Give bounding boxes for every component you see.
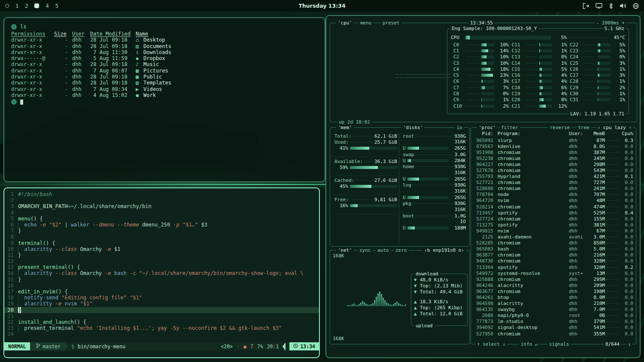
col-program[interactable]: Program:: [493, 131, 569, 136]
workspace-2[interactable]: 2: [25, 3, 28, 9]
proc-panel-title[interactable]: 'proc': [477, 125, 498, 130]
process-row[interactable]: 965083bashdhh5.0M0.0: [474, 246, 633, 252]
process-row[interactable]: 964227chromiumdhh298M0.0: [474, 161, 633, 167]
disks-panel-title[interactable]: 'disks': [401, 125, 425, 130]
process-row[interactable]: 964508alacrittydhh210M0.0: [474, 301, 633, 307]
workspace-5[interactable]: 5: [55, 3, 58, 9]
process-row[interactable]: 528285chromiumdhh850M0.0: [474, 240, 633, 246]
menu-button[interactable]: menu: [358, 20, 374, 26]
proc-sort-selector[interactable]: ‹ cpu lazy ›: [596, 125, 633, 130]
workspace-1[interactable]: 1: [15, 3, 18, 9]
statusline-filename: bin/omarchy-menu: [78, 344, 125, 350]
terminal-window-ls: › ls Permissions Size User Date Modified…: [3, 17, 325, 182]
process-row[interactable]: 255793Hyprlanddhh421M0.1: [474, 174, 633, 180]
proc-tree-toggle[interactable]: tree: [577, 125, 592, 130]
process-row[interactable]: 713275spotifydhh381M0.0: [474, 222, 633, 228]
col-memb[interactable]: MemB: [588, 131, 605, 136]
process-row[interactable]: 948736chromiumdhh328M0.0: [474, 258, 633, 264]
cpu-panel-title[interactable]: 'cpu': [336, 20, 354, 26]
disk-usage-row: U265G: [403, 194, 466, 200]
process-row[interactable]: 952238chromiumdhh245M0.0: [474, 155, 633, 161]
net-auto-toggle[interactable]: auto: [376, 247, 391, 253]
cpu-core-row: C253%: [570, 60, 625, 66]
cpu-core-row: C111%: [512, 42, 567, 48]
cpu-core-row: C210%: [453, 54, 509, 60]
code-line: 7}: [4, 228, 319, 234]
proc-signals-hint[interactable]: signals: [547, 341, 571, 347]
shell-prompt-empty[interactable]: ›: [11, 99, 318, 105]
net-zero-toggle[interactable]: zero: [394, 247, 409, 253]
process-row[interactable]: 963677chromiumdhh198M0.0: [474, 288, 633, 294]
proc-select-hint[interactable]: ↑ select ↓: [475, 341, 507, 347]
process-row[interactable]: 965091slurpdhh87M0.3: [474, 137, 633, 143]
process-row[interactable]: 949015nvimdhh67M0.0: [474, 228, 633, 234]
cpu-core-row: C523%: [453, 72, 509, 78]
process-row[interactable]: 527678chromiumdhh543M0.0: [474, 167, 633, 173]
process-row[interactable]: 925888chromiumdhh295M0.0: [474, 276, 633, 282]
process-row[interactable]: 879567kdenlivedhh8.0G0.0: [474, 143, 633, 149]
process-row[interactable]: 964720nvimdhh48M0.0: [474, 198, 633, 204]
code-editor-buffer[interactable]: 1#!/bin/bash23OMARCHY_BIN_PATH=~/.local/…: [4, 188, 319, 342]
process-row[interactable]: 713457spotifydhh525M0.4: [474, 210, 633, 216]
bluetooth-icon[interactable]: [609, 3, 613, 9]
process-row[interactable]: 951908chromiumdhh387M0.0: [474, 149, 633, 155]
col-user[interactable]: User:: [569, 131, 588, 136]
file-row: drwxr-xr-x-dhh28 Jul 09:18▩Public: [11, 74, 318, 80]
net-sync-toggle[interactable]: sync: [358, 247, 373, 253]
net-panel-title[interactable]: 'net': [336, 247, 354, 253]
process-row[interactable]: 527721chromiumdhh727M0.0: [474, 180, 633, 186]
btop-window: 'cpu' menu preset 13:34:55 - 2000ms + up…: [325, 15, 641, 358]
code-line: 23▏ present_terminal "echo 'Installing $…: [4, 325, 319, 331]
process-row[interactable]: 964246alacrittydhh209M0.0: [474, 282, 633, 288]
cpu-core-row: C194%: [512, 90, 567, 97]
logout-icon[interactable]: [583, 3, 589, 9]
process-row[interactable]: 964261btopdhh8.0M0.0: [474, 294, 633, 300]
process-row[interactable]: 964135swaybgdhh7.0M0.0: [474, 307, 633, 313]
workspace-4[interactable]: 4: [46, 3, 49, 9]
process-row[interactable]: 528600chromiumdhh241M0.0: [474, 186, 633, 192]
screenshare-icon[interactable]: [595, 3, 602, 9]
net-interface-selector[interactable]: ‹b enp191s0 n›: [422, 247, 466, 253]
proc-info-hint[interactable]: info ↵: [519, 341, 540, 347]
volume-icon[interactable]: [620, 3, 626, 9]
disk-value: 316K: [403, 170, 466, 176]
mem-total-row: Total:62,1 GiB: [334, 133, 397, 139]
process-row[interactable]: 777873lm-studiodhh379M0.0: [474, 319, 633, 325]
cpu-core-row: C130%: [512, 54, 567, 60]
process-row[interactable]: 549972systemd-resolvesyst+13M0.0: [474, 270, 633, 276]
workspace-active-icon[interactable]: [34, 3, 39, 8]
process-row[interactable]: 713304spotifydhh320M0.2: [474, 264, 633, 270]
col-cpu[interactable]: Cpu%: [620, 131, 633, 136]
col-permissions: Permissions: [11, 31, 54, 37]
code-line: 11}: [4, 252, 319, 258]
col-pid[interactable]: Pid:: [474, 131, 493, 136]
code-line: 22install_and_launch() {: [4, 319, 319, 325]
cursor-position: 20:1: [267, 344, 279, 350]
proc-reverse-toggle[interactable]: reverse: [548, 125, 571, 130]
upload-stat: ▲Top: (265 Kibp): [414, 305, 465, 311]
process-row[interactable]: 527724chromiumdhh155M0.0: [474, 216, 633, 222]
mem-panel-title[interactable]: 'mem': [336, 125, 354, 130]
workspace-special-icon[interactable]: [5, 4, 9, 8]
nvim-command-line[interactable]: [4, 350, 319, 357]
code-line: 14▏ alacritty --class Omarchy -e bash -c…: [4, 270, 319, 276]
code-line: 15}: [4, 277, 319, 283]
process-row[interactable]: 2080napi/phy0-0root0B0.0: [474, 313, 633, 319]
cpu-core-row: C174%: [512, 78, 567, 84]
process-row[interactable]: 394092signal-desktopdhh541M0.0: [474, 325, 633, 331]
refresh-interval-control[interactable]: - 2000ms +: [595, 20, 626, 26]
process-row[interactable]: 527950chromiumdhh355M0.0: [474, 331, 633, 337]
folder-icon: ▩: [136, 74, 143, 80]
process-row[interactable]: 2125avahi-daemonavahi3.0M0.0: [474, 234, 633, 240]
preset-button[interactable]: preset: [381, 20, 401, 26]
folder-icon: ▶: [136, 86, 143, 92]
network-globe-icon[interactable]: [633, 3, 639, 9]
cpu-core-row: C281%: [570, 78, 625, 84]
process-row[interactable]: 778704nodedhh707M0.0: [474, 192, 633, 198]
io-toggle[interactable]: io: [455, 125, 464, 130]
code-line: 6▏ echo -e "$2" | walker --dmenu --theme…: [4, 222, 319, 228]
proc-filter-button[interactable]: filter: [499, 125, 520, 130]
proc-scroll-down-icon[interactable]: ↓: [626, 341, 632, 347]
process-row[interactable]: 963877chromiumdhh216M0.0: [474, 252, 633, 258]
process-row[interactable]: 528214chromiumdhh474M0.0: [474, 204, 633, 210]
